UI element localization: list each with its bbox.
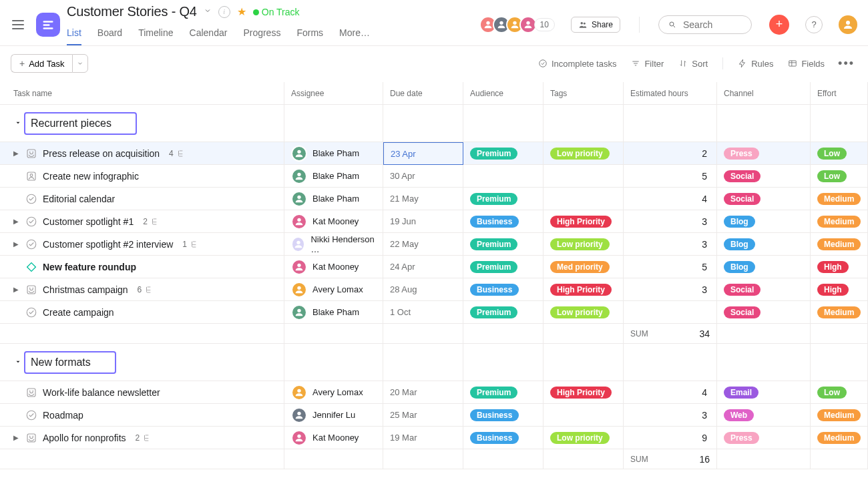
project-menu-caret[interactable]: [204, 7, 212, 17]
assignee-name[interactable]: Blake Pham: [312, 307, 359, 317]
task-name[interactable]: Apollo for nonprofits: [43, 433, 126, 443]
audience-pill[interactable]: Premium: [470, 193, 517, 205]
status-indicator[interactable]: On Track: [253, 7, 300, 17]
expand-caret[interactable]: ▶: [12, 434, 20, 441]
audience-pill[interactable]: Premium: [470, 306, 517, 318]
due-date[interactable]: 1 Oct: [383, 301, 463, 324]
section-toggle[interactable]: [15, 118, 21, 128]
sort-button[interactable]: Sort: [674, 56, 712, 71]
column-header[interactable]: Tags: [544, 82, 624, 105]
assignee-name[interactable]: Blake Pham: [312, 148, 359, 158]
search-field[interactable]: [682, 19, 742, 31]
due-date[interactable]: 22 May: [383, 233, 463, 256]
task-row[interactable]: ▶Press release on acquisition4 Blake Pha…: [0, 142, 868, 165]
task-row[interactable]: ▶Customer spotlight #12 Kat Mooney19 Jun…: [0, 210, 868, 233]
project-icon[interactable]: [36, 13, 60, 37]
task-row[interactable]: ▶New feature roundupKat Mooney24 AprPrem…: [0, 256, 868, 278]
section-name[interactable]: Recurrent pieces: [24, 112, 137, 135]
audience-pill[interactable]: Business: [470, 409, 519, 421]
effort-pill[interactable]: Low: [817, 387, 847, 399]
task-row[interactable]: ▶Create campaignBlake Pham1 OctPremiumLo…: [0, 301, 868, 324]
due-date[interactable]: 21 May: [383, 188, 463, 210]
priority-pill[interactable]: Med priority: [550, 261, 610, 273]
tab-board[interactable]: Board: [97, 23, 122, 45]
assignee-name[interactable]: Jennifer Lu: [312, 410, 355, 420]
task-row[interactable]: ▶Christmas campaign6 Avery Lomax28 AugBu…: [0, 278, 868, 301]
channel-pill[interactable]: Social: [724, 193, 761, 205]
task-name[interactable]: Christmas campaign: [43, 284, 128, 295]
filter-button[interactable]: Filter: [627, 56, 668, 71]
channel-pill[interactable]: Press: [724, 432, 759, 444]
rules-button[interactable]: Rules: [734, 56, 777, 71]
collaborator-count[interactable]: 10: [534, 18, 555, 31]
channel-pill[interactable]: Blog: [724, 216, 755, 228]
estimated-hours[interactable]: 4: [624, 188, 717, 210]
expand-caret[interactable]: ▶: [12, 150, 20, 157]
estimated-hours[interactable]: 9: [624, 427, 717, 449]
effort-pill[interactable]: Medium: [817, 216, 861, 228]
due-date[interactable]: 19 Mar: [383, 427, 463, 449]
priority-pill[interactable]: High Priority: [550, 216, 612, 228]
task-row[interactable]: ▶RoadmapJennifer Lu25 MarBusiness3WebMed…: [0, 404, 868, 427]
assignee-name[interactable]: Kat Mooney: [312, 216, 359, 226]
priority-pill[interactable]: Low priority: [550, 238, 610, 250]
estimated-hours[interactable]: 3: [624, 404, 717, 427]
effort-pill[interactable]: High: [817, 261, 849, 273]
search-input[interactable]: [658, 15, 752, 34]
due-date[interactable]: 28 Aug: [383, 278, 463, 301]
add-task-button[interactable]: +Add Task: [11, 54, 72, 73]
priority-pill[interactable]: Low priority: [550, 432, 610, 444]
assignee-name[interactable]: Blake Pham: [312, 171, 359, 181]
tab-timeline[interactable]: Timeline: [138, 23, 173, 45]
tab-progress[interactable]: Progress: [243, 23, 280, 45]
due-date[interactable]: 19 Jun: [383, 210, 463, 233]
tab-list[interactable]: List: [67, 23, 81, 45]
priority-pill[interactable]: Low priority: [550, 148, 610, 160]
audience-pill[interactable]: Premium: [470, 387, 517, 399]
help-button[interactable]: ?: [805, 16, 823, 33]
expand-caret[interactable]: ▶: [12, 286, 20, 293]
column-header[interactable]: Effort: [811, 82, 868, 105]
audience-pill[interactable]: Premium: [470, 238, 517, 250]
due-date[interactable]: 23 Apr: [383, 142, 463, 165]
effort-pill[interactable]: Medium: [817, 238, 861, 250]
info-icon[interactable]: i: [218, 6, 230, 18]
task-row[interactable]: ▶Work-life balance newsletterAvery Lomax…: [0, 381, 868, 404]
task-name[interactable]: Work-life balance newsletter: [43, 387, 160, 398]
column-header[interactable]: Channel: [717, 82, 811, 105]
fields-button[interactable]: Fields: [784, 56, 829, 71]
audience-pill[interactable]: Business: [470, 432, 519, 444]
priority-pill[interactable]: High Priority: [550, 284, 612, 296]
channel-pill[interactable]: Press: [724, 148, 759, 160]
quick-add-button[interactable]: +: [769, 15, 789, 35]
project-title[interactable]: Customer Stories - Q4: [67, 4, 197, 19]
effort-pill[interactable]: High: [817, 284, 849, 296]
collaborators[interactable]: 10: [479, 16, 555, 33]
task-name[interactable]: Create new infographic: [43, 171, 139, 182]
task-name[interactable]: Roadmap: [43, 410, 83, 421]
channel-pill[interactable]: Email: [724, 387, 758, 399]
task-name[interactable]: Customer spotlight #1: [43, 216, 134, 227]
channel-pill[interactable]: Social: [724, 170, 761, 182]
channel-pill[interactable]: Web: [724, 409, 754, 421]
tab-more[interactable]: More…: [339, 23, 370, 45]
column-header[interactable]: Estimated hours: [624, 82, 717, 105]
estimated-hours[interactable]: [624, 301, 717, 324]
estimated-hours[interactable]: 5: [624, 165, 717, 188]
effort-pill[interactable]: Medium: [817, 193, 861, 205]
assignee-name[interactable]: Kat Mooney: [312, 433, 359, 443]
tab-forms[interactable]: Forms: [296, 23, 323, 45]
section-toggle[interactable]: [15, 357, 21, 367]
audience-pill[interactable]: Business: [470, 284, 519, 296]
effort-pill[interactable]: Low: [817, 148, 847, 160]
task-row[interactable]: ▶Customer spotlight #2 interview1 Nikki …: [0, 233, 868, 256]
audience-pill[interactable]: Business: [470, 216, 519, 228]
column-header[interactable]: Assignee: [284, 82, 383, 105]
task-name[interactable]: Create campaign: [43, 307, 114, 318]
share-button[interactable]: Share: [571, 17, 620, 33]
task-name[interactable]: Editorial calendar: [43, 194, 115, 204]
due-date[interactable]: 24 Apr: [383, 256, 463, 278]
estimated-hours[interactable]: 5: [624, 256, 717, 278]
estimated-hours[interactable]: 2: [624, 142, 717, 165]
incomplete-filter[interactable]: Incomplete tasks: [534, 56, 621, 71]
